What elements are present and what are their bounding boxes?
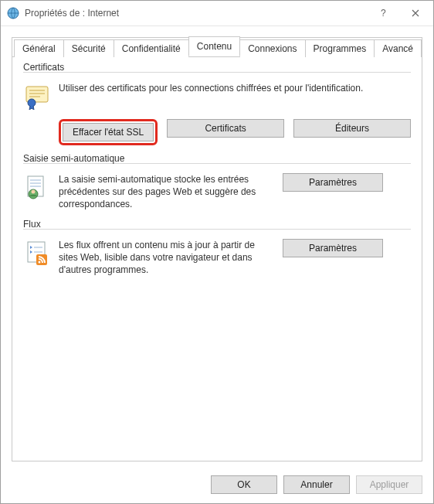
apply-button[interactable]: Appliquer [356, 475, 422, 494]
svg-point-12 [32, 190, 36, 194]
feeds-settings-button[interactable]: Paramètres [283, 239, 383, 257]
highlight-annotation: Effacer l'état SSL [59, 119, 158, 145]
window-title: Propriétés de : Internet [25, 8, 367, 19]
certificates-button[interactable]: Certificats [167, 119, 284, 138]
autocomplete-description: La saisie semi-automatique stocke les en… [59, 173, 275, 211]
svg-text:?: ? [381, 8, 386, 19]
help-button[interactable]: ? [367, 2, 399, 25]
certificate-icon [23, 82, 51, 110]
tab-general[interactable]: Général [14, 39, 64, 57]
globe-icon [7, 7, 19, 19]
group-feeds: Flux [23, 223, 411, 277]
ok-button[interactable]: OK [211, 475, 277, 494]
group-autocomplete: Saisie semi-automatique [23, 158, 411, 211]
close-button[interactable] [399, 2, 432, 25]
group-certificates: Certificats [23, 66, 411, 145]
autocomplete-settings-button[interactable]: Paramètres [283, 173, 383, 192]
tab-security[interactable]: Sécurité [63, 39, 114, 57]
cancel-button[interactable]: Annuler [283, 475, 350, 494]
dialog-footer: OK Annuler Appliquer [1, 468, 433, 503]
group-feeds-label: Flux [23, 219, 41, 230]
tab-programs[interactable]: Programmes [305, 39, 375, 57]
tab-privacy[interactable]: Confidentialité [114, 39, 189, 57]
group-autocomplete-label: Saisie semi-automatique [23, 153, 124, 164]
tab-strip: Général Sécurité Confidentialité Contenu… [12, 37, 422, 57]
certificates-description: Utiliser des certificats pour les connec… [59, 82, 411, 94]
group-certificates-label: Certificats [23, 62, 64, 73]
svg-point-17 [39, 261, 41, 263]
tab-content[interactable]: Contenu [188, 36, 240, 56]
dialog-internet-properties: Propriétés de : Internet ? Général Sécur… [0, 0, 434, 504]
clear-ssl-state-button[interactable]: Effacer l'état SSL [63, 123, 154, 141]
tab-content-page: Certificats [12, 57, 422, 461]
tab-advanced[interactable]: Avancé [374, 39, 422, 57]
feeds-description: Les flux offrent un contenu mis à jour à… [59, 239, 275, 277]
autocomplete-icon [23, 173, 51, 201]
tab-connections[interactable]: Connexions [239, 39, 305, 57]
tab-panel: Général Sécurité Confidentialité Contenu… [12, 37, 422, 461]
publishers-button[interactable]: Éditeurs [293, 119, 411, 138]
content-area: Général Sécurité Confidentialité Contenu… [1, 26, 433, 468]
feeds-icon [23, 239, 51, 267]
titlebar: Propriétés de : Internet ? [1, 1, 433, 26]
svg-point-6 [28, 99, 36, 107]
